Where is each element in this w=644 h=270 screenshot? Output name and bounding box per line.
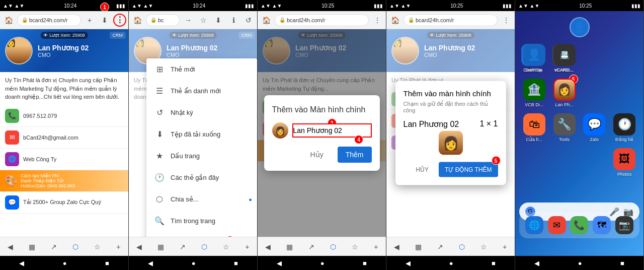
nav-ext-1[interactable]: ↗ bbox=[48, 241, 60, 253]
dock-maps[interactable]: 🗺 bbox=[593, 216, 611, 234]
sys-home-2[interactable]: ● bbox=[192, 259, 196, 267]
nav-tabs-4[interactable]: ▦ bbox=[412, 241, 425, 253]
address-bar-4: 🏠 🔒 bcard24h.com/r ⋮ bbox=[386, 11, 515, 29]
sys-back-5[interactable]: ◀ bbox=[534, 259, 539, 267]
ad-sub1: Danh Thiếp Điện Tử! bbox=[21, 178, 75, 183]
menu-share[interactable]: ⬡ Chia sẻ... ● bbox=[146, 188, 257, 210]
app-lan-phuong[interactable]: 6 👩 Lan Ph... bbox=[553, 79, 576, 107]
dock-phone[interactable]: 📞 bbox=[570, 216, 588, 234]
url-bar-2[interactable]: 🔒 bc bbox=[146, 14, 180, 26]
zalo-icon-1: 💬 bbox=[5, 195, 19, 210]
app-zalo[interactable]: 💬 Zalo bbox=[583, 113, 605, 142]
sys-recent-3[interactable]: ■ bbox=[363, 259, 367, 267]
sys-back-4[interactable]: ◀ bbox=[406, 259, 411, 267]
sys-back-2[interactable]: ◀ bbox=[148, 259, 153, 267]
dock-camera[interactable]: 📷 bbox=[615, 216, 633, 234]
nav-plus-3[interactable]: + bbox=[371, 241, 381, 253]
home-button-1[interactable]: 🏠 bbox=[2, 14, 15, 27]
url-bar-3[interactable]: 🔒 bcard24h.com/r bbox=[275, 14, 369, 26]
menu-recent[interactable]: 🕐 Các thẻ gần đây bbox=[146, 167, 257, 188]
sys-recent-4[interactable]: ■ bbox=[492, 259, 496, 267]
page-content-1: 👁 Lượt Xem: 25908 👩 Lan Phương 02 CMO CR… bbox=[0, 29, 128, 237]
nav-ext-4[interactable]: ↗ bbox=[434, 241, 446, 253]
nav-ext-2[interactable]: ↗ bbox=[177, 241, 189, 253]
dialog-cancel-button[interactable]: Hủy bbox=[302, 147, 332, 163]
find-icon: 🔍 bbox=[154, 216, 165, 226]
phone-panel-1: ▲▼ ▲▼ 10:24 ▮▮▮ 🏠 🔒 bcard24h.com/r + ⬇ ⋮… bbox=[0, 0, 129, 270]
nav-bookmark-3[interactable]: ☆ bbox=[349, 241, 361, 253]
nav-share-2[interactable]: ⬡ bbox=[198, 241, 210, 253]
nav-share-3[interactable]: ⬡ bbox=[327, 241, 339, 253]
app-cua-hang[interactable]: 🛍 Cửa h... bbox=[523, 113, 545, 142]
nav-forward-2[interactable]: → bbox=[182, 14, 195, 27]
nav-tabs-1[interactable]: ▦ bbox=[26, 241, 38, 253]
app-vcb[interactable]: 🏦 VCB Di... bbox=[523, 79, 545, 107]
nav-back-1[interactable]: ◀ bbox=[5, 241, 16, 253]
nav-back-3[interactable]: ◀ bbox=[262, 241, 274, 253]
sys-back-3[interactable]: ◀ bbox=[277, 259, 282, 267]
app-vcard2[interactable]: 📇 vCARD... bbox=[553, 44, 576, 73]
contact-zalo-1[interactable]: 💬 Tải 2500+ Group Zalo Cực Quý bbox=[0, 192, 128, 214]
contact-web-1[interactable]: 🌐 Web Công Ty bbox=[0, 149, 128, 170]
url-bar-1[interactable]: 🔒 bcard24h.com/r bbox=[17, 14, 81, 26]
sys-back-1[interactable]: ◀ bbox=[19, 259, 24, 267]
app-clock[interactable]: 🕐 Đồng hồ bbox=[613, 113, 635, 142]
home-button-2[interactable]: 🏠 bbox=[131, 14, 144, 27]
profile-role-1: CMO bbox=[38, 52, 89, 58]
new-tab-button-1[interactable]: + bbox=[83, 14, 96, 27]
sys-home-1[interactable]: ● bbox=[63, 259, 67, 267]
email-icon-1: ✉ bbox=[5, 130, 19, 145]
menu-history[interactable]: ↺ Nhật ký bbox=[146, 102, 257, 123]
hs-auto-button[interactable]: TỰ ĐỘNG THÊM bbox=[439, 162, 498, 177]
contact-phone-1[interactable]: 📞 0967.512.079 bbox=[0, 105, 128, 127]
nav-plus-1[interactable]: + bbox=[113, 241, 123, 253]
nav-back-4[interactable]: ◀ bbox=[391, 241, 403, 253]
menu-btn-3[interactable]: ⋮ bbox=[371, 14, 384, 27]
nav-ext-3[interactable]: ↗ bbox=[305, 241, 317, 253]
menu-new-tab[interactable]: ⊞ Thẻ mới bbox=[146, 58, 257, 80]
dl-btn-2[interactable]: ⬇ bbox=[212, 14, 225, 27]
sys-recent-2[interactable]: ■ bbox=[234, 259, 238, 267]
dock-gmail[interactable]: ✉ bbox=[548, 216, 566, 234]
dialog-add-button[interactable]: Thêm bbox=[338, 147, 372, 163]
nav-share-1[interactable]: ⬡ bbox=[69, 241, 82, 253]
app-tools[interactable]: 🔧 Tools bbox=[553, 113, 576, 142]
info-btn-2[interactable]: ℹ bbox=[227, 14, 240, 27]
refresh-btn-2[interactable]: ↺ bbox=[242, 14, 255, 27]
status-bar-4: ▲▼ ▲▼ 10:25 ▮▮▮ bbox=[386, 0, 515, 11]
menu-downloads[interactable]: ⬇ Tệp đã tải xuống bbox=[146, 123, 257, 145]
menu-button-1[interactable]: ⋮ bbox=[113, 14, 126, 27]
nav-plus-2[interactable]: + bbox=[242, 241, 252, 253]
menu-btn-4[interactable]: ⋮ bbox=[500, 14, 513, 27]
home-button-4[interactable]: 🏠 bbox=[388, 14, 401, 27]
app-danh-ba[interactable]: 👤 Danh bạ bbox=[523, 44, 545, 73]
home-button-3[interactable]: 🏠 bbox=[260, 14, 273, 27]
ad-banner-1[interactable]: 🎨 Cách tạo Miễn Phí Danh Thiếp Điện Tử! … bbox=[0, 170, 128, 192]
sys-home-5[interactable]: ● bbox=[578, 259, 582, 267]
nav-back-2[interactable]: ◀ bbox=[133, 241, 145, 253]
nav-share-4[interactable]: ⬡ bbox=[456, 241, 468, 253]
url-bar-4[interactable]: 🔒 bcard24h.com/r bbox=[404, 14, 498, 26]
nav-tabs-3[interactable]: ▦ bbox=[283, 241, 296, 253]
sys-home-3[interactable]: ● bbox=[320, 259, 325, 267]
sys-recent-5[interactable]: ■ bbox=[620, 259, 624, 267]
hs-cancel-button[interactable]: HỦY bbox=[410, 162, 435, 177]
download-icon-1[interactable]: ⬇ bbox=[98, 14, 111, 27]
sys-recent-1[interactable]: ■ bbox=[105, 259, 109, 267]
app-photos[interactable]: 🖼 Photos bbox=[613, 148, 635, 177]
menu-translate[interactable]: ⟳ Dịch... 2 bbox=[146, 232, 257, 237]
contact-email-1[interactable]: ✉ bCard24h@gmail.com bbox=[0, 127, 128, 149]
menu-find[interactable]: 🔍 Tìm trong trang bbox=[146, 210, 257, 232]
sys-home-4[interactable]: ● bbox=[449, 259, 453, 267]
nav-bookmark-1[interactable]: ☆ bbox=[91, 241, 104, 253]
nav-plus-4[interactable]: + bbox=[500, 241, 510, 253]
nav-bookmark-2[interactable]: ☆ bbox=[220, 241, 232, 253]
clock-icon: 🕐 bbox=[613, 113, 635, 136]
nav-tabs-2[interactable]: ▦ bbox=[154, 241, 167, 253]
nav-bookmark-4[interactable]: ☆ bbox=[477, 241, 490, 253]
dock-chrome[interactable]: 🌐 bbox=[525, 216, 543, 234]
menu-bookmarks-label: Dấu trang bbox=[171, 152, 200, 160]
star-btn-2[interactable]: ☆ bbox=[197, 14, 210, 27]
menu-incognito[interactable]: ☰ Thẻ ẩn danh mới bbox=[146, 80, 257, 102]
menu-bookmarks[interactable]: ★ Dấu trang bbox=[146, 145, 257, 167]
